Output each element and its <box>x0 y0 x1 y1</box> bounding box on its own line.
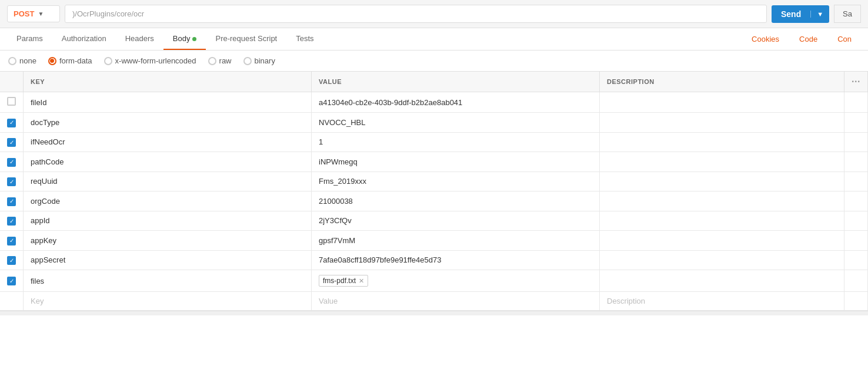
option-none-label: none <box>19 56 36 65</box>
table-row: appId2jY3CfQv <box>0 211 868 231</box>
placeholder-key[interactable]: Key <box>24 292 312 311</box>
radio-urlencoded-icon <box>104 57 112 65</box>
row-checkbox[interactable] <box>7 256 16 265</box>
table-row: pathCodeiNPWmegq <box>0 152 868 172</box>
row-key: appKey <box>24 231 312 251</box>
row-actions <box>844 132 868 152</box>
params-table-container: KEY VALUE DESCRIPTION ··· fileIda41304e0… <box>0 72 868 311</box>
radio-form-data-icon <box>48 57 56 65</box>
row-value: 1 <box>312 132 600 152</box>
tab-headers[interactable]: Headers <box>116 28 163 50</box>
option-binary-label: binary <box>255 56 275 65</box>
tab-params[interactable]: Params <box>7 28 52 50</box>
url-input[interactable] <box>65 5 767 23</box>
remove-file-icon[interactable]: ✕ <box>359 277 364 285</box>
row-key: docType <box>24 113 312 133</box>
table-row: appSecret7afae0a8cff18d97bfe9e91ffe4e5d7… <box>0 250 868 270</box>
table-placeholder-row: KeyValueDescription <box>0 292 868 311</box>
row-value: NVOCC_HBL <box>312 113 600 133</box>
radio-raw-icon <box>208 57 216 65</box>
row-checkbox[interactable] <box>7 197 16 206</box>
method-selector[interactable]: POST ▼ <box>7 5 60 22</box>
option-form-data[interactable]: form-data <box>48 56 92 65</box>
row-actions <box>844 270 868 292</box>
row-description <box>600 132 844 152</box>
tab-code[interactable]: Code <box>790 29 827 49</box>
save-button[interactable]: Sa <box>834 5 861 23</box>
method-label: POST <box>14 9 34 18</box>
tab-con[interactable]: Con <box>828 29 861 49</box>
row-actions <box>844 250 868 270</box>
tabs-right: Cookies Code Con <box>742 29 861 49</box>
send-button[interactable]: Send ▼ <box>772 5 829 23</box>
th-description: DESCRIPTION <box>600 72 844 92</box>
row-actions <box>844 92 868 113</box>
table-header-row: KEY VALUE DESCRIPTION ··· <box>0 72 868 92</box>
option-urlencoded-label: x-www-form-urlencoded <box>115 56 196 65</box>
placeholder-value[interactable]: Value <box>312 292 600 311</box>
row-checkbox[interactable] <box>7 97 16 106</box>
row-actions <box>844 231 868 251</box>
top-bar: POST ▼ Send ▼ Sa <box>0 0 868 28</box>
send-label: Send <box>772 9 810 19</box>
body-active-dot <box>192 37 196 41</box>
params-table: KEY VALUE DESCRIPTION ··· fileIda41304e0… <box>0 72 868 311</box>
radio-binary-icon <box>243 57 252 65</box>
row-checkbox[interactable] <box>7 158 16 167</box>
row-key: files <box>24 270 312 292</box>
row-actions <box>844 113 868 133</box>
tab-prerequest[interactable]: Pre-request Script <box>206 28 286 50</box>
row-actions <box>844 211 868 231</box>
send-dropdown-icon[interactable]: ▼ <box>810 11 829 18</box>
row-key: fileId <box>24 92 312 113</box>
row-key: pathCode <box>24 152 312 172</box>
row-description <box>600 92 844 113</box>
row-description <box>600 270 844 292</box>
row-checkbox[interactable] <box>7 119 16 127</box>
option-binary[interactable]: binary <box>243 56 275 65</box>
option-urlencoded[interactable]: x-www-form-urlencoded <box>104 56 196 65</box>
table-row: reqUuidFms_2019xxx <box>0 171 868 191</box>
tab-cookies[interactable]: Cookies <box>742 29 789 49</box>
row-key: reqUuid <box>24 171 312 191</box>
row-checkbox[interactable] <box>7 217 16 226</box>
option-raw[interactable]: raw <box>208 56 232 65</box>
row-description <box>600 231 844 251</box>
row-checkbox[interactable] <box>7 138 16 147</box>
table-row: orgCode21000038 <box>0 191 868 211</box>
table-row: fileIda41304e0-cb2e-403b-9ddf-b2b2ae8ab0… <box>0 92 868 113</box>
more-options-icon[interactable]: ··· <box>852 76 860 86</box>
row-checkbox[interactable] <box>7 177 16 186</box>
row-description <box>600 211 844 231</box>
option-none[interactable]: none <box>8 56 36 65</box>
row-value: 21000038 <box>312 191 600 211</box>
row-description <box>600 171 844 191</box>
table-row: docTypeNVOCC_HBL <box>0 113 868 133</box>
row-checkbox[interactable] <box>7 237 16 246</box>
row-description <box>600 191 844 211</box>
row-description <box>600 113 844 133</box>
th-key: KEY <box>24 72 312 92</box>
tab-tests[interactable]: Tests <box>286 28 323 50</box>
table-row: appKeygpsf7VmM <box>0 231 868 251</box>
row-description <box>600 152 844 172</box>
tab-authorization[interactable]: Authorization <box>52 28 116 50</box>
row-key: appSecret <box>24 250 312 270</box>
th-value: VALUE <box>312 72 600 92</box>
row-value: iNPWmegq <box>312 152 600 172</box>
placeholder-description[interactable]: Description <box>600 292 844 311</box>
row-value: fms-pdf.txt✕ <box>312 270 600 292</box>
row-description <box>600 250 844 270</box>
bottom-scrollbar[interactable] <box>0 311 868 315</box>
row-key: orgCode <box>24 191 312 211</box>
row-key: appId <box>24 211 312 231</box>
row-actions <box>844 191 868 211</box>
row-checkbox[interactable] <box>7 277 16 285</box>
row-value: Fms_2019xxx <box>312 171 600 191</box>
file-name: fms-pdf.txt <box>323 277 356 285</box>
method-arrow-icon: ▼ <box>38 11 44 17</box>
table-row: filesfms-pdf.txt✕ <box>0 270 868 292</box>
tab-body[interactable]: Body <box>163 28 206 50</box>
file-tag: fms-pdf.txt✕ <box>319 275 368 287</box>
table-row: ifNeedOcr1 <box>0 132 868 152</box>
